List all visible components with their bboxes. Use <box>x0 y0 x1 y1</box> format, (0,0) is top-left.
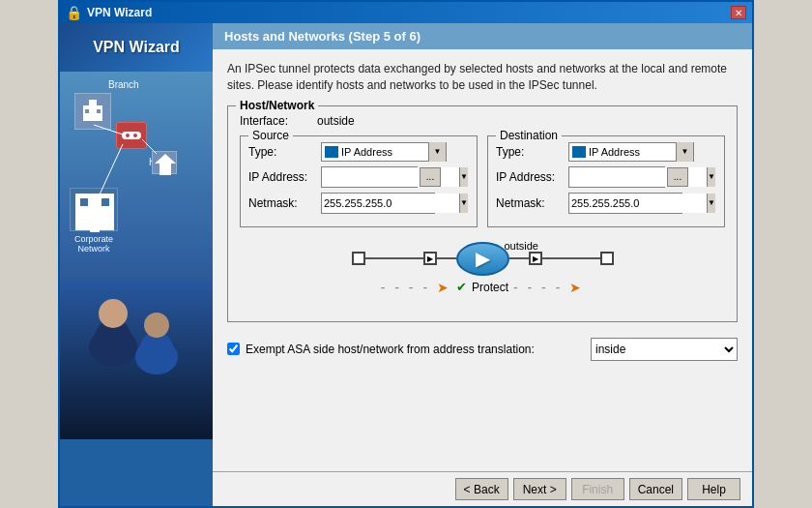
window-title: VPN Wizard <box>87 6 152 19</box>
svg-point-18 <box>89 328 137 367</box>
dest-type-label: Type: <box>496 145 568 159</box>
title-bar: 🔒 VPN Wizard ✕ <box>60 2 752 23</box>
window-icon: 🔒 <box>66 5 82 20</box>
tunnel-oval: ▶ <box>456 242 509 276</box>
source-dest-row: Source Type: IP Address <box>240 135 725 227</box>
source-type-label: Type: <box>248 145 321 159</box>
dest-type-icon <box>572 146 586 158</box>
svg-rect-10 <box>80 198 88 206</box>
exempt-label: Exempt ASA side host/network from addres… <box>246 343 585 356</box>
dest-netmask-label: Netmask: <box>496 196 568 210</box>
vpn-wizard-window: 🔒 VPN Wizard ✕ VPN Wizard Branch ISP <box>58 0 754 508</box>
dest-type-row: Type: IP Address ▼ <box>496 142 716 162</box>
home-icon <box>152 151 177 174</box>
source-type-icon <box>325 146 338 158</box>
svg-rect-2 <box>85 109 89 113</box>
svg-rect-12 <box>90 216 100 232</box>
svg-rect-3 <box>97 109 101 113</box>
content-area: VPN Wizard Branch ISP Home <box>60 23 752 506</box>
source-netmask-select[interactable]: ▼ <box>321 193 435 214</box>
dest-type-arrow[interactable]: ▼ <box>676 142 693 162</box>
footer: < Back Next > Finish Cancel Help <box>213 471 752 506</box>
source-type-select-wrapper: IP Address ▼ <box>321 142 447 162</box>
protect-row: - - - - ➤ ✔ Protect - - - - ➤ <box>381 280 584 295</box>
exempt-checkbox[interactable] <box>227 343 240 355</box>
finish-button[interactable]: Finish <box>571 478 624 500</box>
close-button[interactable]: ✕ <box>731 6 746 19</box>
sidebar-header: VPN Wizard <box>60 23 213 72</box>
svg-marker-7 <box>155 154 176 164</box>
source-netmask-arrow[interactable]: ▼ <box>459 194 468 213</box>
dest-ip-arrow[interactable]: ▼ <box>707 167 715 187</box>
tunnel-diagram: ▶ ▶ outside ▶ <box>240 232 725 305</box>
dest-type-select[interactable]: IP Address ▼ <box>568 142 694 162</box>
corp-building <box>70 188 118 231</box>
interface-label: Interface: <box>240 114 317 128</box>
corp-label: CorporateNetwork <box>65 234 123 254</box>
svg-rect-8 <box>160 164 171 175</box>
step-title: Hosts and Networks (Step 5 of 6) <box>224 29 420 44</box>
mid-right-line: outside <box>509 257 529 259</box>
svg-rect-11 <box>102 198 109 206</box>
source-ip-select[interactable]: ▼ <box>321 166 418 188</box>
step-header: Hosts and Networks (Step 5 of 6) <box>213 23 752 49</box>
dest-netmask-select[interactable]: ▼ <box>568 193 682 214</box>
left-connector: ▶ <box>423 252 437 265</box>
tunnel-line: ▶ ▶ outside ▶ <box>240 242 725 276</box>
help-button[interactable]: Help <box>687 478 740 500</box>
sidebar-illustration: Branch ISP Home <box>60 72 213 439</box>
svg-rect-4 <box>122 132 141 139</box>
dest-ip-row: IP Address: ▼ ... <box>496 166 716 188</box>
right-dashed-arrow: - - - - ➤ <box>513 280 584 295</box>
dest-netmask-arrow[interactable]: ▼ <box>707 194 715 213</box>
sidebar: VPN Wizard Branch ISP Home <box>60 23 213 506</box>
dest-type-value: IP Address <box>589 146 640 158</box>
left-endpoint <box>352 252 365 265</box>
interface-value: outside <box>317 114 355 128</box>
router-icon <box>116 122 147 149</box>
source-type-select[interactable]: IP Address ▼ <box>321 142 447 162</box>
source-ip-row: IP Address: ▼ ... <box>248 166 469 188</box>
right-connector: ▶ <box>529 252 542 265</box>
dest-ip-select[interactable]: ▼ <box>568 166 665 188</box>
cancel-button[interactable]: Cancel <box>629 478 682 500</box>
source-ip-arrow[interactable]: ▼ <box>459 167 468 187</box>
svg-point-21 <box>135 340 178 374</box>
source-ip-browse[interactable]: ... <box>420 167 441 187</box>
svg-point-20 <box>144 313 169 338</box>
check-icon: ✔ <box>456 280 467 294</box>
right-line <box>542 257 600 259</box>
source-legend: Source <box>248 129 293 142</box>
source-group: Source Type: IP Address <box>240 135 478 227</box>
main-content: An IPSec tunnel protects data exchanged … <box>213 49 752 471</box>
destination-legend: Destination <box>496 129 562 142</box>
main-panel: Hosts and Networks (Step 5 of 6) An IPSe… <box>213 23 752 506</box>
dest-ip-browse[interactable]: ... <box>667 167 688 187</box>
play-icon: ▶ <box>476 247 490 270</box>
interface-row: Interface: outside <box>240 114 725 128</box>
mid-left-line <box>437 257 456 259</box>
source-netmask-input[interactable] <box>322 194 459 213</box>
source-type-row: Type: IP Address ▼ <box>248 142 469 162</box>
translation-select[interactable]: inside <box>592 339 737 360</box>
svg-point-5 <box>126 134 130 137</box>
source-type-value: IP Address <box>341 146 392 158</box>
next-button[interactable]: Next > <box>513 478 566 500</box>
branch-label: Branch <box>108 79 139 90</box>
sidebar-title: VPN Wizard <box>93 39 180 56</box>
left-dashed-arrow: - - - - ➤ <box>381 280 451 295</box>
protect-label: Protect <box>472 281 508 294</box>
people-section <box>60 280 213 439</box>
left-line <box>365 257 423 259</box>
svg-point-6 <box>133 134 137 137</box>
svg-rect-1 <box>89 100 97 105</box>
host-network-group: Host/Network Interface: outside Source <box>227 105 738 322</box>
back-button[interactable]: < Back <box>455 478 508 500</box>
right-endpoint <box>600 252 614 265</box>
source-type-arrow[interactable]: ▼ <box>428 142 446 162</box>
branch-building <box>74 93 111 130</box>
source-ip-label: IP Address: <box>248 170 321 184</box>
source-netmask-label: Netmask: <box>248 196 321 210</box>
dest-netmask-input[interactable] <box>569 194 707 213</box>
translation-row: Exempt ASA side host/network from addres… <box>227 332 738 367</box>
